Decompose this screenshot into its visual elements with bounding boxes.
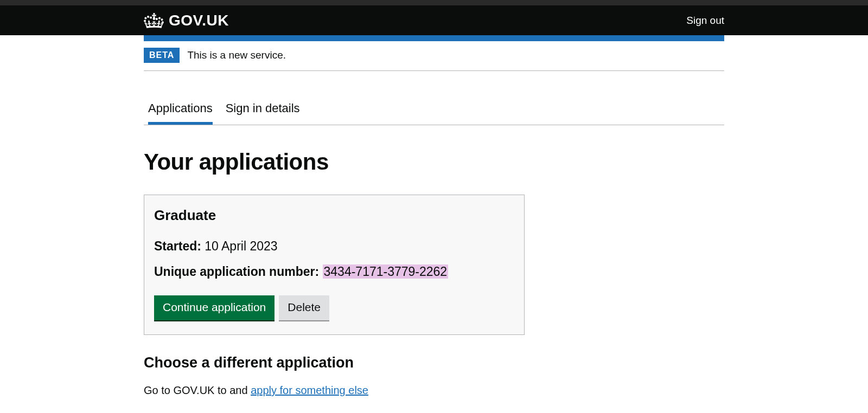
choose-different-para: Go to GOV.UK to and apply for something … bbox=[144, 384, 724, 397]
delete-button[interactable]: Delete bbox=[279, 295, 329, 320]
crown-icon bbox=[144, 12, 164, 29]
tab-signin-details[interactable]: Sign in details bbox=[226, 101, 300, 125]
started-value: 10 April 2023 bbox=[205, 239, 277, 253]
choose-different-prefix: Go to GOV.UK to and bbox=[144, 384, 251, 396]
choose-different-heading: Choose a different application bbox=[144, 354, 724, 371]
phase-text: This is a new service. bbox=[187, 49, 286, 61]
beta-tag: BETA bbox=[144, 48, 180, 63]
header-blue-bar bbox=[144, 35, 724, 41]
tab-nav: Applications Sign in details bbox=[144, 101, 724, 125]
application-card: Graduate Started: 10 April 2023 Unique a… bbox=[144, 195, 525, 335]
govuk-logo[interactable]: GOV.UK bbox=[144, 12, 229, 29]
phase-banner: BETA This is a new service. bbox=[144, 41, 724, 71]
tab-applications[interactable]: Applications bbox=[148, 101, 213, 125]
page-title: Your applications bbox=[144, 149, 724, 175]
uan-label: Unique application number: bbox=[154, 264, 319, 279]
uan-row: Unique application number: 3434-7171-377… bbox=[154, 264, 514, 279]
browser-top-strip bbox=[0, 0, 868, 5]
apply-something-else-link[interactable]: apply for something else bbox=[251, 384, 368, 396]
continue-application-button[interactable]: Continue application bbox=[154, 295, 275, 320]
started-label: Started: bbox=[154, 239, 201, 253]
govuk-logo-text: GOV.UK bbox=[169, 12, 229, 29]
uan-value[interactable]: 3434-7171-3779-2262 bbox=[323, 264, 449, 279]
site-header: GOV.UK Sign out bbox=[0, 5, 868, 35]
started-row: Started: 10 April 2023 bbox=[154, 239, 514, 254]
application-type: Graduate bbox=[154, 207, 514, 224]
sign-out-link[interactable]: Sign out bbox=[686, 15, 724, 27]
